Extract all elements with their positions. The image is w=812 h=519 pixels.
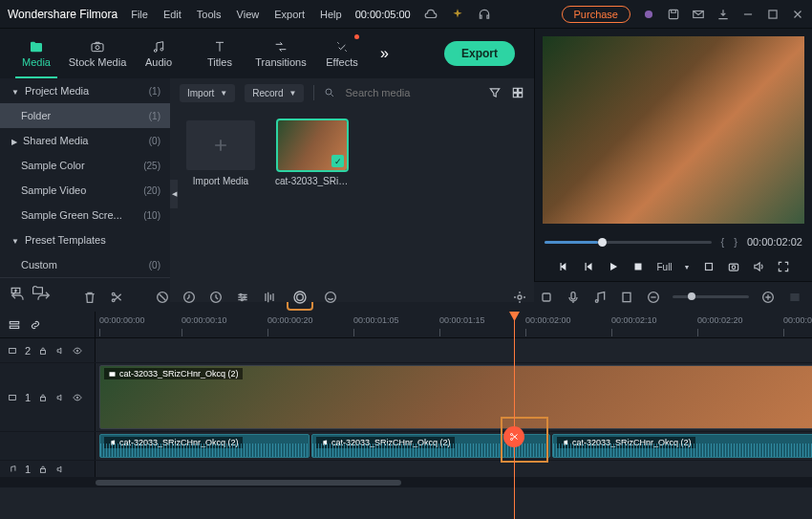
prev-frame-icon[interactable] bbox=[557, 260, 570, 273]
purchase-button[interactable]: Purchase bbox=[562, 6, 630, 23]
menu-help[interactable]: Help bbox=[320, 9, 342, 20]
fullscreen-icon[interactable] bbox=[777, 260, 790, 273]
menu-view[interactable]: View bbox=[237, 9, 260, 20]
play-icon[interactable] bbox=[607, 260, 620, 273]
music-beat-icon[interactable] bbox=[592, 290, 608, 305]
tab-titles[interactable]: Titles bbox=[189, 29, 250, 78]
zoom-out-icon[interactable] bbox=[646, 290, 661, 305]
filter-icon[interactable] bbox=[488, 86, 502, 99]
view-grid-icon[interactable] bbox=[511, 86, 524, 99]
sidebar-item-sample-green-screen[interactable]: Sample Green Scre...(10) bbox=[0, 203, 170, 227]
audio-adjust-icon[interactable] bbox=[262, 290, 277, 305]
search-input[interactable] bbox=[345, 87, 479, 98]
split-icon[interactable] bbox=[109, 290, 124, 305]
svg-point-26 bbox=[241, 298, 243, 300]
lock-icon[interactable] bbox=[38, 393, 48, 402]
mute-icon[interactable] bbox=[55, 393, 65, 402]
sparkle-icon[interactable] bbox=[451, 8, 464, 21]
sidebar-item-sample-video[interactable]: Sample Video(20) bbox=[0, 178, 170, 203]
export-button[interactable]: Export bbox=[444, 41, 515, 66]
eye-icon[interactable] bbox=[73, 393, 82, 402]
orb-icon[interactable] bbox=[642, 8, 655, 21]
svg-point-48 bbox=[511, 434, 513, 436]
mark-in-icon[interactable]: { bbox=[721, 236, 725, 248]
speed-icon[interactable] bbox=[208, 290, 224, 305]
record-voice-icon[interactable] bbox=[539, 290, 554, 305]
audio-clip-1[interactable]: cat-32033_SRizCHnr_Okcq (2) bbox=[99, 434, 310, 458]
speed-back-icon[interactable] bbox=[182, 290, 197, 305]
delete-icon[interactable] bbox=[82, 290, 97, 305]
mask-icon[interactable] bbox=[323, 290, 338, 305]
tab-stock-media[interactable]: Stock Media bbox=[67, 29, 128, 78]
audio-clip-3[interactable]: cat-32033_SRizCHnr_Okcq (2) bbox=[552, 434, 812, 458]
playhead[interactable] bbox=[514, 312, 515, 519]
close-icon[interactable] bbox=[791, 8, 804, 21]
main-menu: File Edit Tools View Export Help bbox=[131, 9, 341, 20]
svg-rect-16 bbox=[705, 264, 712, 270]
sidebar-item-custom[interactable]: Custom(0) bbox=[0, 252, 170, 277]
svg-rect-1 bbox=[669, 10, 677, 18]
menu-export[interactable]: Export bbox=[274, 9, 305, 20]
track-stack-icon[interactable] bbox=[8, 318, 21, 332]
more-tabs-chevron[interactable]: » bbox=[380, 45, 389, 62]
adjust-icon[interactable] bbox=[235, 290, 250, 305]
preview-scrubber[interactable] bbox=[545, 241, 712, 244]
save-icon[interactable] bbox=[667, 8, 680, 21]
video-clip[interactable]: cat-32033_SRizCHnr_Okcq (2) bbox=[99, 365, 812, 429]
timeline-ruler[interactable]: 00:00:00:00 00:00:00:10 00:00:00:20 00:0… bbox=[96, 312, 812, 337]
tab-media[interactable]: Media bbox=[6, 29, 67, 78]
sidebar-item-shared-media[interactable]: ▶Shared Media(0) bbox=[0, 128, 170, 153]
download-icon[interactable] bbox=[716, 8, 730, 21]
import-media-card[interactable]: Import Media bbox=[183, 120, 258, 186]
crop-icon[interactable] bbox=[702, 260, 716, 273]
mic-icon[interactable] bbox=[566, 290, 581, 305]
menu-tools[interactable]: Tools bbox=[197, 9, 222, 20]
menu-edit[interactable]: Edit bbox=[163, 9, 182, 20]
stop-icon[interactable] bbox=[631, 260, 645, 273]
headset-icon[interactable] bbox=[478, 8, 491, 21]
preview-viewport[interactable] bbox=[543, 36, 804, 224]
record-dropdown[interactable]: Record▼ bbox=[245, 84, 304, 102]
volume-icon[interactable] bbox=[752, 260, 765, 273]
mixer-icon[interactable] bbox=[512, 290, 527, 305]
lock-icon[interactable] bbox=[38, 346, 48, 356]
minimize-icon[interactable] bbox=[741, 8, 755, 21]
eye-icon[interactable] bbox=[73, 346, 82, 356]
sidebar-item-folder[interactable]: Folder(1) bbox=[0, 103, 170, 128]
zoom-slider[interactable] bbox=[673, 295, 749, 298]
disable-icon[interactable] bbox=[155, 290, 170, 305]
svg-point-0 bbox=[645, 10, 652, 17]
step-back-icon[interactable] bbox=[582, 260, 595, 273]
media-card-cat[interactable]: ✓ cat-32033_SRiz... bbox=[275, 120, 350, 186]
timeline-h-scrollbar[interactable] bbox=[0, 478, 812, 487]
preview-panel: { } 00:00:02:02 Full▼ bbox=[535, 29, 812, 281]
quality-dropdown[interactable]: Full bbox=[656, 262, 672, 272]
tab-audio[interactable]: Audio bbox=[128, 29, 189, 78]
svg-rect-40 bbox=[10, 348, 16, 353]
svg-point-49 bbox=[511, 439, 513, 441]
sidebar-item-sample-color[interactable]: Sample Color(25) bbox=[0, 153, 170, 178]
sidebar-item-preset-templates[interactable]: ▼Preset Templates bbox=[0, 227, 170, 252]
lock-icon[interactable] bbox=[38, 465, 48, 474]
mute-icon[interactable] bbox=[55, 465, 65, 474]
collapse-sidebar-handle[interactable]: ◀ bbox=[170, 180, 178, 208]
undo-icon[interactable] bbox=[10, 290, 25, 305]
zoom-in-icon[interactable] bbox=[760, 290, 776, 305]
link-icon[interactable] bbox=[29, 318, 42, 332]
mail-icon[interactable] bbox=[692, 8, 705, 21]
svg-rect-37 bbox=[790, 293, 799, 301]
tab-effects[interactable]: Effects bbox=[311, 29, 373, 78]
mark-out-icon[interactable]: } bbox=[734, 236, 737, 248]
menu-file[interactable]: File bbox=[131, 9, 148, 20]
sidebar-item-project-media[interactable]: ▼Project Media(1) bbox=[0, 78, 170, 103]
zoom-fit-icon[interactable] bbox=[787, 290, 802, 305]
tab-transitions[interactable]: Transitions bbox=[250, 29, 311, 78]
snapshot-icon[interactable] bbox=[727, 260, 740, 273]
svg-rect-31 bbox=[543, 293, 550, 301]
redo-icon[interactable] bbox=[36, 290, 52, 305]
maximize-icon[interactable] bbox=[766, 8, 780, 21]
marker-icon[interactable] bbox=[619, 290, 634, 305]
cloud-icon[interactable] bbox=[424, 8, 438, 21]
mute-icon[interactable] bbox=[55, 346, 65, 356]
import-dropdown[interactable]: Import▼ bbox=[180, 84, 235, 102]
